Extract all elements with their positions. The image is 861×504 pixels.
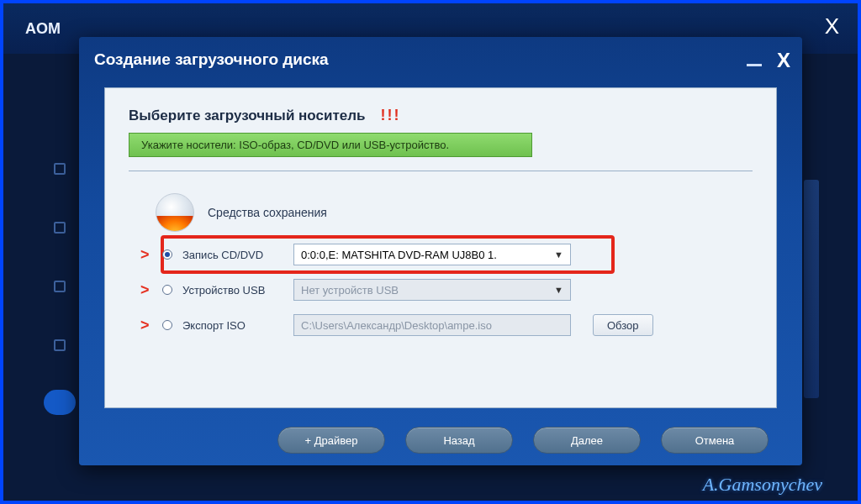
- bg-decor: [804, 180, 819, 398]
- close-button[interactable]: X: [777, 49, 790, 72]
- bg-decor: [54, 281, 66, 292]
- browse-button[interactable]: Обзор: [593, 314, 653, 336]
- iso-path-value: C:\Users\Александр\Desktop\ampe.iso: [301, 319, 492, 332]
- add-driver-button[interactable]: + Драйвер: [277, 427, 385, 454]
- back-button[interactable]: Назад: [405, 427, 513, 454]
- cd-drive-value: 0:0:0,E: MATSHITA DVD-RAM UJ8B0 1.: [301, 249, 497, 261]
- author-watermark: A.Gamsonychev: [703, 474, 822, 496]
- chevron-down-icon: ▼: [554, 249, 563, 260]
- attention-mark: !!!: [380, 107, 400, 124]
- arrow-annotation: >: [140, 281, 150, 299]
- bg-decor: [54, 339, 66, 351]
- radio-export-iso[interactable]: [162, 320, 172, 330]
- dialog-title: Создание загрузочного диска: [94, 37, 787, 82]
- option-burn-cd[interactable]: > Запись CD/DVD 0:0:0,E: MATSHITA DVD-RA…: [145, 237, 753, 272]
- option-label: Экспорт ISO: [182, 319, 283, 332]
- arrow-annotation: >: [140, 317, 150, 334]
- minimize-button[interactable]: [747, 64, 762, 66]
- separator: [129, 171, 753, 171]
- usb-device-select[interactable]: Нет устройств USB ▼: [293, 279, 571, 301]
- iso-path-field[interactable]: C:\Users\Александр\Desktop\ampe.iso: [293, 314, 571, 336]
- disc-fire-icon: [156, 193, 194, 232]
- media-options: > Запись CD/DVD 0:0:0,E: MATSHITA DVD-RA…: [145, 237, 753, 343]
- option-export-iso[interactable]: > Экспорт ISO C:\Users\Александр\Desktop…: [145, 307, 753, 343]
- radio-usb[interactable]: [162, 285, 172, 295]
- dialog-body: Выберите загрузочный носитель !!! Укажит…: [104, 87, 777, 408]
- usb-device-value: Нет устройств USB: [301, 284, 399, 297]
- bootable-media-dialog: Создание загрузочного диска X Выберите з…: [79, 37, 802, 465]
- option-label: Запись CD/DVD: [182, 249, 283, 261]
- option-label: Устройство USB: [182, 284, 283, 297]
- dialog-footer: + Драйвер Назад Далее Отмена: [79, 427, 802, 454]
- bg-decor: [44, 390, 76, 415]
- cd-drive-select[interactable]: 0:0:0,E: MATSHITA DVD-RAM UJ8B0 1. ▼: [293, 244, 571, 265]
- panel-subtitle: Выберите загрузочный носитель: [129, 108, 365, 124]
- option-usb[interactable]: > Устройство USB Нет устройств USB ▼: [145, 272, 753, 307]
- radio-burn-cd[interactable]: [162, 249, 172, 260]
- storage-means-label: Средства сохранения: [208, 206, 327, 219]
- arrow-annotation: >: [140, 246, 150, 264]
- next-button[interactable]: Далее: [533, 427, 641, 454]
- dialog-header: Создание загрузочного диска X: [79, 37, 802, 82]
- app-title: AOM: [25, 20, 61, 38]
- cancel-button[interactable]: Отмена: [661, 427, 769, 454]
- bg-decor: [54, 222, 66, 234]
- chevron-down-icon: ▼: [554, 285, 563, 295]
- bg-decor: [54, 163, 66, 175]
- app-close-button[interactable]: X: [825, 13, 839, 39]
- hint-banner: Укажите носители: ISO-образ, CD/DVD или …: [129, 133, 532, 157]
